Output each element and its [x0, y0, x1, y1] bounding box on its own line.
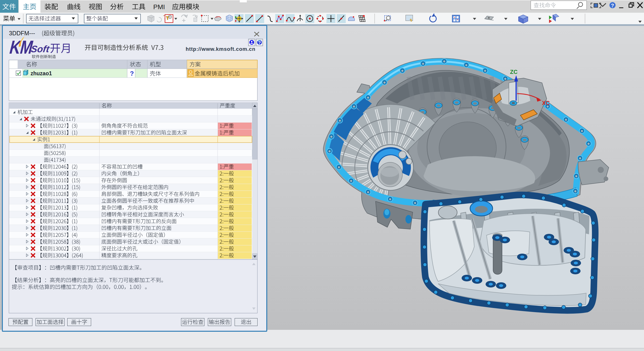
svg-text:Soft: Soft — [30, 44, 50, 54]
svg-text:http://www.kmsoft.com.cn: http://www.kmsoft.com.cn — [186, 46, 256, 52]
svg-text:?: ? — [130, 70, 134, 77]
svg-text:ZC: ZC — [510, 69, 518, 75]
svg-text:zhuzao1: zhuzao1 — [30, 70, 52, 77]
svg-text:?: ? — [611, 3, 614, 9]
svg-text:PMI: PMI — [153, 3, 165, 11]
svg-text:3DDFM---: 3DDFM--- — [9, 30, 35, 37]
svg-text:?: ? — [258, 40, 261, 45]
svg-text:XC: XC — [542, 100, 550, 106]
